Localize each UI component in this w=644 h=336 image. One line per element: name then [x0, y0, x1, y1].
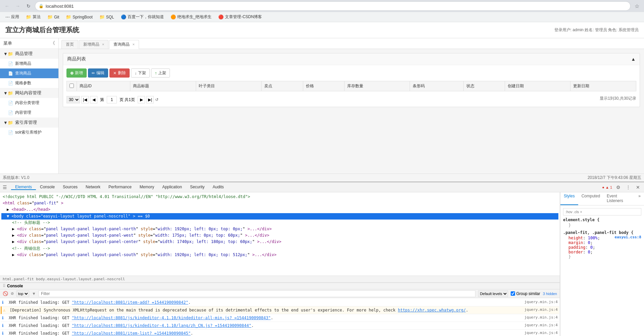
bookmark-star-button[interactable]: ☆ [633, 2, 641, 10]
bookmark-baidu[interactable]: 🔵 百度一下，你就知道 [118, 13, 167, 21]
delist-icon: ↓ [135, 71, 137, 76]
south-style-attr: style [141, 252, 153, 257]
tab-home[interactable]: 首页 [61, 40, 78, 49]
refresh-button[interactable]: ↺ [155, 97, 158, 102]
tab-search-product[interactable]: 查询商品 × [109, 40, 139, 49]
elements-line-center[interactable]: ▶ <div class="panel layout-panel layout-… [1, 239, 558, 245]
address-bar[interactable]: 🔒 localhost:8081 [35, 1, 631, 11]
styles-filter-input[interactable] [563, 208, 641, 215]
tab-add-product-close[interactable]: × [102, 42, 104, 46]
devtools-tab-elements[interactable]: Elements [11, 185, 36, 190]
reload-button[interactable]: ↻ [24, 2, 33, 10]
console-link-2[interactable]: https://xhr.spec.whatwg.org/ [398, 308, 466, 313]
back-button[interactable]: ← [3, 2, 11, 10]
th-checkbox [67, 81, 77, 91]
group-similar-checkbox[interactable] [511, 291, 515, 296]
style-source-easyui[interactable]: easyui.css:8 [615, 235, 641, 239]
sidebar-tab-event-listeners[interactable]: Event Listeners [603, 192, 635, 205]
elements-line-north[interactable]: ▶ <div class="panel layout-panel layout-… [1, 226, 558, 232]
sidebar-item-solr[interactable]: 📄 solr索引库维护 [0, 128, 58, 137]
elements-line-body[interactable]: ▼ <body class="easyui-layout layout pane… [1, 213, 558, 220]
devtools-tab-sources[interactable]: Sources [59, 185, 82, 190]
page-last-button[interactable]: ▶| [146, 96, 154, 103]
select-all-checkbox[interactable] [70, 84, 74, 88]
btn-list[interactable]: ↑ 上架 [151, 68, 170, 78]
console-drag-handle[interactable]: ⠿ [3, 284, 6, 288]
sidebar-header: 菜单 《 [0, 38, 58, 49]
console-level-select[interactable]: Default levels Verbose Info Warnings Err… [478, 290, 508, 297]
menu-group-index-title[interactable]: ▼📁 索引库管理 [0, 117, 58, 128]
bookmark-sql[interactable]: 📁 SQL [97, 13, 117, 20]
bookmark-springboot[interactable]: 📁 SpringBoot [63, 13, 95, 20]
bookmark-csdn[interactable]: 🔴 文章管理-CSDN博客 [216, 13, 265, 21]
cq8: " [252, 239, 255, 244]
elements-line-head[interactable]: ▶ <head>...</head> [1, 206, 558, 213]
page-next-button[interactable]: ▶ [138, 96, 145, 103]
console-context-select[interactable]: top [16, 290, 29, 297]
devtools-tab-application[interactable]: Application [158, 185, 186, 190]
per-page-select[interactable]: 30 10 20 50 [66, 96, 80, 103]
console-link-3[interactable]: "http://localhost:8081/js/kindeditor-4.1… [72, 316, 271, 320]
menu-group-content-title[interactable]: ▼📁 网站内容管理 [0, 88, 58, 98]
menu-group-products-title[interactable]: ▼📁 商品管理 [0, 49, 58, 59]
th-price: 价格 [303, 81, 344, 91]
devtools-tab-console[interactable]: Console [36, 185, 59, 190]
elements-line-comment2[interactable]: <!-- 商铺信息 --> [1, 245, 558, 252]
current-page-label: 第 [99, 97, 105, 103]
btn-delist[interactable]: ↓ 下架 [131, 68, 150, 78]
delete-icon: ✕ [113, 71, 117, 76]
devtools-tab-audits[interactable]: Audits [209, 185, 228, 190]
forward-button[interactable]: → [13, 2, 22, 10]
elements-line-html[interactable]: <html class="panel-fit" > [1, 200, 558, 206]
devtools-tab-security[interactable]: Security [186, 185, 209, 190]
console-link-4[interactable]: "http://localhost:8081/js/kindeditor-4.1… [72, 323, 251, 328]
clear-console-icon[interactable]: 🚫 [3, 291, 8, 296]
sidebar-tab-computed[interactable]: Computed [578, 192, 603, 205]
tab-add-product[interactable]: 新增商品 × [79, 40, 108, 49]
sidebar-item-add-product[interactable]: 📄 新增商品 [0, 59, 58, 68]
sidebar-item-content-category[interactable]: 📄 内容分类管理 [0, 98, 58, 108]
page-prev-button[interactable]: ◀ [90, 96, 97, 103]
elements-line-west[interactable]: ▶ <div class="panel layout-panel layout-… [1, 232, 558, 239]
html-class-val: panel-fit [34, 201, 56, 205]
sidebar-tab-more[interactable]: » [635, 192, 644, 205]
elements-line-doctype[interactable]: <!doctype html PUBLIC "-//W3C//DTD HTML … [1, 194, 558, 200]
devtools-tab-performance[interactable]: Performance [104, 185, 136, 190]
group-similar-text: Group similar [516, 291, 540, 296]
bookmark-git[interactable]: 📁 Git [45, 13, 62, 20]
console-filter-icon[interactable]: ⊘ [11, 291, 14, 296]
sidebar-item-solr-label: solr索引库维护 [15, 130, 42, 135]
console-link-5[interactable]: "http://localhost:8081/item-list? =15441… [72, 331, 191, 336]
btn-add[interactable]: ⊕ 新增 [66, 68, 87, 78]
elements-line-comment1[interactable]: <!-- 头部标题 --> [1, 220, 558, 226]
btn-edit[interactable]: ✏ 编辑 [88, 68, 108, 78]
sidebar-collapse-button[interactable]: 《 [50, 40, 55, 46]
devtools-tab-network[interactable]: Network [82, 185, 104, 190]
elements-line-south[interactable]: ▶ <div class="panel layout-panel layout-… [1, 252, 558, 258]
bookmark-apps[interactable]: ⋯ 应用 [3, 13, 22, 21]
console-body[interactable]: ℹ XHR finished loading: GET "http://loca… [0, 298, 560, 336]
devtools-toggle-button[interactable]: ☰ [1, 184, 8, 191]
panel-collapse-icon[interactable]: ▲ [631, 56, 636, 62]
btn-delete[interactable]: ✕ 删除 [109, 68, 130, 78]
bookmark-jedi[interactable]: 🟠 绝地求生_绝地求生 [168, 13, 215, 21]
devtools-close-button[interactable]: ✕ [635, 184, 641, 191]
sidebar-item-spec-params[interactable]: 📄 规格参数 [0, 78, 58, 88]
devtools-tab-memory[interactable]: Memory [136, 185, 158, 190]
bookmark-suanfa[interactable]: 📁 算法 [23, 13, 43, 21]
devtools-settings-button[interactable]: ⚙ [615, 184, 622, 191]
sidebar-item-search-product[interactable]: 📄 查询商品 [0, 68, 58, 78]
page-first-button[interactable]: |◀ [81, 96, 89, 103]
tab-add-product-label: 新增商品 [83, 42, 99, 47]
page-number-input[interactable] [107, 96, 117, 103]
devtools-more-button[interactable]: ⋮ [625, 184, 632, 191]
sidebar-item-content-manage[interactable]: 📄 内容管理 [0, 108, 58, 117]
console-filter-input[interactable] [39, 290, 476, 297]
console-link-1[interactable]: "http://localhost:8081/item-add? =154419… [72, 300, 188, 305]
sidebar-tab-styles[interactable]: Styles [560, 192, 578, 205]
elements-tree-container[interactable]: <!doctype html PUBLIC "-//W3C//DTD HTML … [0, 192, 560, 276]
tab-search-product-close[interactable]: × [132, 42, 134, 46]
status-bar: 系统版本: V1.0 2018/12/7 下午9:43:06 星期五 [0, 174, 644, 182]
cq6: " [240, 233, 242, 238]
menu-group-content: ▼📁 网站内容管理 📄 内容分类管理 📄 内容管理 [0, 88, 58, 117]
